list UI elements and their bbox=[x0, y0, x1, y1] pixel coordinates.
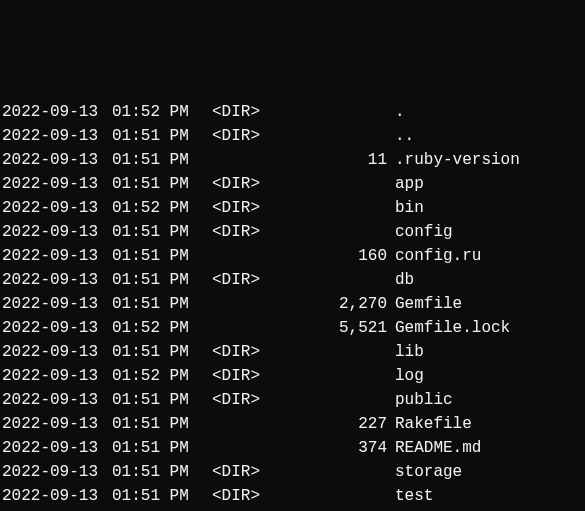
entry-dir-marker: <DIR> bbox=[212, 460, 287, 484]
entry-name: db bbox=[387, 268, 414, 292]
entry-time: 01:51 PM bbox=[112, 172, 212, 196]
entry-name: log bbox=[387, 364, 424, 388]
entry-date: 2022-09-13 bbox=[2, 412, 112, 436]
entry-name: config.ru bbox=[387, 244, 481, 268]
entry-size: 160 bbox=[287, 244, 387, 268]
entry-time: 01:51 PM bbox=[112, 412, 212, 436]
entry-date: 2022-09-13 bbox=[2, 436, 112, 460]
entry-time: 01:51 PM bbox=[112, 292, 212, 316]
entry-name: .ruby-version bbox=[387, 148, 520, 172]
entry-time: 01:51 PM bbox=[112, 220, 212, 244]
entry-size: 5,521 bbox=[287, 316, 387, 340]
entry-time: 01:52 PM bbox=[112, 196, 212, 220]
entry-dir-marker: <DIR> bbox=[212, 364, 287, 388]
entry-time: 01:51 PM bbox=[112, 148, 212, 172]
dir-entry: 2022-09-1301:51 PM2,270Gemfile bbox=[2, 292, 583, 316]
entry-name: storage bbox=[387, 460, 462, 484]
entry-dir-marker: <DIR> bbox=[212, 340, 287, 364]
entry-dir-marker: <DIR> bbox=[212, 124, 287, 148]
entry-name: Gemfile bbox=[387, 292, 462, 316]
entry-time: 01:51 PM bbox=[112, 388, 212, 412]
entry-time: 01:51 PM bbox=[112, 124, 212, 148]
entry-name: public bbox=[387, 388, 453, 412]
entry-size: 11 bbox=[287, 148, 387, 172]
dir-entry: 2022-09-1301:51 PM<DIR>config bbox=[2, 220, 583, 244]
entry-name: app bbox=[387, 172, 424, 196]
entry-dir-marker: <DIR> bbox=[212, 172, 287, 196]
entry-time: 01:51 PM bbox=[112, 484, 212, 508]
entry-date: 2022-09-13 bbox=[2, 196, 112, 220]
dir-entry: 2022-09-1301:51 PM<DIR>test bbox=[2, 484, 583, 508]
entry-time: 01:51 PM bbox=[112, 436, 212, 460]
dir-entry: 2022-09-1301:51 PM<DIR>public bbox=[2, 388, 583, 412]
dir-entry: 2022-09-1301:51 PM<DIR>lib bbox=[2, 340, 583, 364]
dir-entry: 2022-09-1301:52 PM<DIR>bin bbox=[2, 196, 583, 220]
entry-date: 2022-09-13 bbox=[2, 244, 112, 268]
dir-entry: 2022-09-1301:51 PM<DIR>.. bbox=[2, 124, 583, 148]
entry-dir-marker: <DIR> bbox=[212, 484, 287, 508]
entry-time: 01:51 PM bbox=[112, 268, 212, 292]
entry-time: 01:51 PM bbox=[112, 340, 212, 364]
entry-name: .. bbox=[387, 124, 414, 148]
entry-date: 2022-09-13 bbox=[2, 364, 112, 388]
dir-entry: 2022-09-1301:52 PM<DIR>log bbox=[2, 364, 583, 388]
entry-name: Rakefile bbox=[387, 412, 472, 436]
dir-entry: 2022-09-1301:51 PM<DIR>storage bbox=[2, 460, 583, 484]
entry-date: 2022-09-13 bbox=[2, 268, 112, 292]
entry-dir-marker: <DIR> bbox=[212, 196, 287, 220]
entry-name: bin bbox=[387, 196, 424, 220]
dir-entry: 2022-09-1301:51 PM160config.ru bbox=[2, 244, 583, 268]
entry-dir-marker: <DIR> bbox=[212, 268, 287, 292]
dir-entry: 2022-09-1301:51 PM374README.md bbox=[2, 436, 583, 460]
entry-date: 2022-09-13 bbox=[2, 148, 112, 172]
entry-time: 01:52 PM bbox=[112, 364, 212, 388]
entry-time: 01:51 PM bbox=[112, 244, 212, 268]
dir-entry: 2022-09-1301:51 PM<DIR>db bbox=[2, 268, 583, 292]
dir-entry: 2022-09-1301:52 PM<DIR>. bbox=[2, 100, 583, 124]
entry-name: Gemfile.lock bbox=[387, 316, 510, 340]
entry-size: 2,270 bbox=[287, 292, 387, 316]
entry-date: 2022-09-13 bbox=[2, 100, 112, 124]
entry-size: 374 bbox=[287, 436, 387, 460]
entry-date: 2022-09-13 bbox=[2, 172, 112, 196]
entry-name: . bbox=[387, 100, 405, 124]
entry-name: lib bbox=[387, 340, 424, 364]
dir-entry: 2022-09-1301:51 PM11.ruby-version bbox=[2, 148, 583, 172]
entry-time: 01:52 PM bbox=[112, 100, 212, 124]
entry-time: 01:52 PM bbox=[112, 316, 212, 340]
entry-date: 2022-09-13 bbox=[2, 316, 112, 340]
dir-entry: 2022-09-1301:52 PM5,521Gemfile.lock bbox=[2, 316, 583, 340]
entry-date: 2022-09-13 bbox=[2, 292, 112, 316]
entry-dir-marker: <DIR> bbox=[212, 220, 287, 244]
entry-name: test bbox=[387, 484, 433, 508]
entry-date: 2022-09-13 bbox=[2, 388, 112, 412]
entry-date: 2022-09-13 bbox=[2, 124, 112, 148]
entry-name: README.md bbox=[387, 436, 481, 460]
entry-size: 227 bbox=[287, 412, 387, 436]
entry-dir-marker: <DIR> bbox=[212, 100, 287, 124]
dir-entry: 2022-09-1301:51 PM<DIR>app bbox=[2, 172, 583, 196]
entry-date: 2022-09-13 bbox=[2, 460, 112, 484]
entry-name: config bbox=[387, 220, 453, 244]
entry-dir-marker: <DIR> bbox=[212, 388, 287, 412]
dir-listing: 2022-09-1301:52 PM<DIR>.2022-09-1301:51 … bbox=[2, 100, 583, 511]
entry-date: 2022-09-13 bbox=[2, 340, 112, 364]
entry-date: 2022-09-13 bbox=[2, 220, 112, 244]
entry-time: 01:51 PM bbox=[112, 460, 212, 484]
entry-date: 2022-09-13 bbox=[2, 484, 112, 508]
dir-entry: 2022-09-1301:51 PM227Rakefile bbox=[2, 412, 583, 436]
